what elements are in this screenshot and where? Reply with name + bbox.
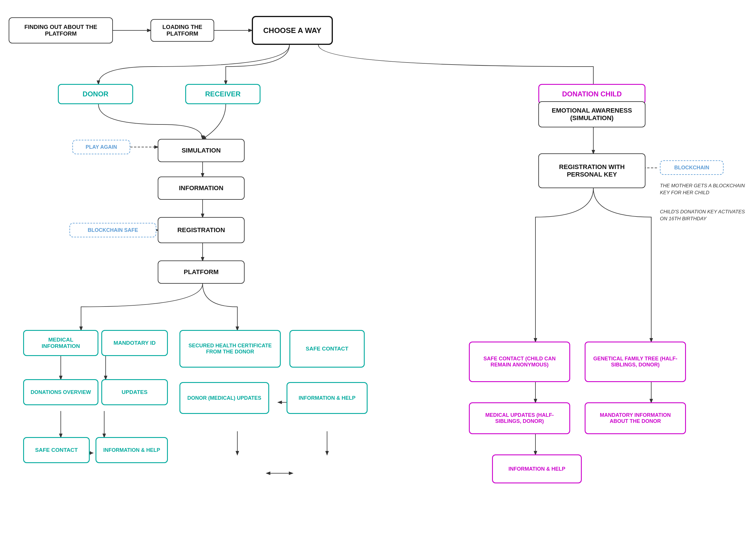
info-help-child-node: INFORMATION & HELP [492,454,582,483]
blockchain-node[interactable]: BLOCKCHAIN [660,160,724,175]
donor-medical-label: DONOR (MEDICAL) UPDATES [187,395,261,401]
registration-label: REGISTRATION [177,226,225,234]
safe-contact-left-label: SAFE CONTACT [35,447,78,453]
genetical-family-label: GENETICAL FAMILY TREE (HALF-SIBLINGS, DO… [590,356,680,368]
blockchain-label: BLOCKCHAIN [674,165,709,171]
child-note: CHILD'S DONATION KEY ACTIVATES ON 16TH B… [660,208,750,222]
donor-node: DONOR [58,84,133,104]
simulation-label: SIMULATION [181,147,221,154]
updates-label: UPDATES [122,389,147,395]
platform-label: PLATFORM [184,268,219,276]
secured-health-label: SECURED HEALTH CERTIFICATE FROM THE DONO… [185,343,275,355]
donor-label: DONOR [82,90,108,98]
mother-note: THE MOTHER GETS A BLOCKCHAIN KEY FOR HER… [660,182,750,196]
info-help-mid-node: INFORMATION & HELP [287,382,368,414]
play-again-label: PLAY AGAIN [86,144,117,150]
updates-node: UPDATES [101,379,168,405]
choose-way-label: CHOOSE A WAY [263,26,322,35]
mandatory-id-label: MANDOTARY ID [113,340,155,346]
safe-contact-left-node: SAFE CONTACT [23,437,90,463]
info-help-left-node: INFORMATION & HELP [96,437,168,463]
medical-information-label: MEDICAL INFORMATION [29,337,93,349]
secured-health-node: SECURED HEALTH CERTIFICATE FROM THE DONO… [179,330,281,368]
information-label: INFORMATION [179,184,223,192]
donor-medical-node: DONOR (MEDICAL) UPDATES [179,382,269,414]
mandatory-id-node: MANDOTARY ID [101,330,168,356]
safe-contact-child-label: SAFE CONTACT (CHILD CAN REMAIN ANONYMOUS… [474,356,565,368]
info-help-mid-label: INFORMATION & HELP [299,395,356,401]
receiver-node: RECEIVER [185,84,260,104]
medical-updates-child-node: MEDICAL UPDATES (HALF-SIBLINGS, DONOR) [469,402,570,434]
loading-node: LOADING THE PLATFORM [151,19,214,42]
safe-contact-child-node: SAFE CONTACT (CHILD CAN REMAIN ANONYMOUS… [469,342,570,382]
donations-overview-node: DONATIONS OVERVIEW [23,379,98,405]
finding-out-node: FINDING OUT ABOUT THE PLATFORM [9,17,113,43]
mandatory-info-donor-node: MANDATORY INFORMATION ABOUT THE DONOR [585,402,686,434]
registration-personal-key-node: REGISTRATION WITH PERSONAL KEY [538,153,645,188]
blockchain-safe-node[interactable]: BLOCKCHAIN SAFE [69,223,156,237]
loading-label: LOADING THE PLATFORM [156,24,208,37]
finding-out-label: FINDING OUT ABOUT THE PLATFORM [14,24,107,37]
emotional-awareness-label: EMOTIONAL AWARENESS (SIMULATION) [544,107,640,122]
registration-personal-key-label: REGISTRATION WITH PERSONAL KEY [544,163,640,178]
flowchart: FINDING OUT ABOUT THE PLATFORM LOADING T… [0,0,756,543]
blockchain-safe-label: BLOCKCHAIN SAFE [88,227,138,233]
emotional-awareness-node: EMOTIONAL AWARENESS (SIMULATION) [538,101,645,127]
platform-node: PLATFORM [158,261,245,284]
information-node: INFORMATION [158,177,245,200]
donations-overview-label: DONATIONS OVERVIEW [31,389,91,395]
safe-contact-mid-label: SAFE CONTACT [306,346,348,352]
medical-updates-child-label: MEDICAL UPDATES (HALF-SIBLINGS, DONOR) [474,412,565,424]
genetical-family-node: GENETICAL FAMILY TREE (HALF-SIBLINGS, DO… [585,342,686,382]
registration-node: REGISTRATION [158,217,245,243]
simulation-node: SIMULATION [158,139,245,162]
play-again-node[interactable]: PLAY AGAIN [72,140,130,154]
donation-child-label: DONATION CHILD [562,90,622,98]
choose-way-node: CHOOSE A WAY [252,16,333,45]
info-help-left-label: INFORMATION & HELP [103,447,160,453]
info-help-child-label: INFORMATION & HELP [509,466,566,472]
receiver-label: RECEIVER [205,90,241,98]
safe-contact-mid-node: SAFE CONTACT [289,330,365,368]
medical-information-node: MEDICAL INFORMATION [23,330,98,356]
mandatory-info-donor-label: MANDATORY INFORMATION ABOUT THE DONOR [590,412,680,424]
